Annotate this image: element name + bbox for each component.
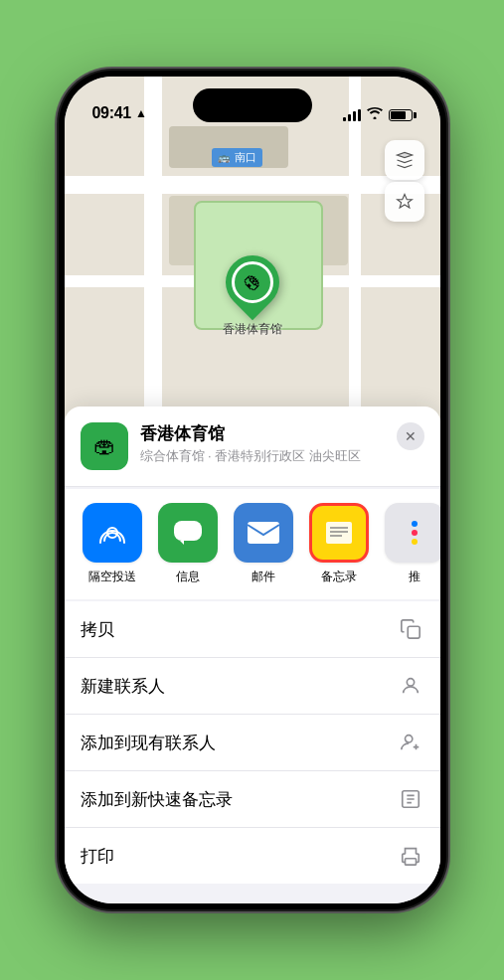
action-add-note[interactable]: 添加到新快速备忘录	[65, 771, 440, 828]
svg-point-9	[405, 735, 412, 742]
action-print[interactable]: 打印	[65, 828, 440, 884]
action-add-contact[interactable]: 新建联系人	[65, 658, 440, 715]
action-add-existing[interactable]: 添加到现有联系人	[65, 715, 440, 771]
phone-screen: 09:41 ▲	[65, 77, 440, 903]
battery-icon	[389, 109, 413, 121]
airdrop-icon	[83, 503, 142, 563]
svg-point-8	[407, 679, 414, 686]
share-messages[interactable]: 信息	[156, 503, 220, 585]
phone-frame: 09:41 ▲	[59, 71, 446, 909]
location-arrow-icon: ▲	[135, 106, 147, 120]
action-list: 拷贝 新建联系人	[65, 601, 440, 884]
share-notes[interactable]: 备忘录	[307, 503, 371, 585]
messages-icon	[158, 503, 218, 563]
print-icon	[397, 842, 424, 870]
map-marker-label: 香港体育馆	[223, 321, 282, 338]
messages-label: 信息	[176, 569, 200, 585]
close-button[interactable]: ✕	[397, 422, 424, 450]
location-name: 香港体育馆	[140, 422, 385, 445]
share-airdrop[interactable]: 隔空投送	[81, 503, 144, 585]
bottom-sheet: 🏟 香港体育馆 综合体育馆 · 香港特别行政区 油尖旺区 ✕	[65, 407, 440, 903]
svg-rect-11	[405, 859, 416, 865]
status-icons	[343, 107, 413, 122]
more-label: 推	[409, 569, 420, 585]
svg-rect-1	[174, 521, 202, 541]
share-more[interactable]: 推	[383, 503, 440, 585]
location-header: 🏟 香港体育馆 综合体育馆 · 香港特别行政区 油尖旺区 ✕	[65, 407, 440, 487]
more-icon	[385, 503, 440, 563]
notes-label: 备忘录	[321, 569, 357, 585]
map-controls	[385, 140, 424, 222]
notes-icon	[309, 503, 369, 563]
mail-label: 邮件	[252, 569, 275, 585]
wifi-icon	[367, 107, 383, 122]
add-existing-contact-icon	[397, 729, 424, 756]
map-marker-inner: 🏟	[232, 261, 273, 303]
svg-rect-3	[326, 522, 352, 544]
map-marker-pin: 🏟	[214, 245, 289, 320]
copy-label: 拷贝	[81, 618, 114, 641]
status-time: 09:41	[92, 104, 131, 122]
svg-rect-2	[248, 522, 279, 544]
map-marker-container: 🏟 香港体育馆	[223, 255, 282, 338]
map-marker: 🏟	[226, 255, 279, 317]
mail-icon	[234, 503, 293, 563]
share-mail[interactable]: 邮件	[232, 503, 295, 585]
share-row: 隔空投送 信息	[65, 489, 440, 599]
add-existing-label: 添加到现有联系人	[81, 732, 216, 754]
location-info: 香港体育馆 综合体育馆 · 香港特别行政区 油尖旺区	[140, 422, 385, 465]
action-copy[interactable]: 拷贝	[65, 601, 440, 658]
svg-rect-7	[408, 626, 420, 638]
airdrop-label: 隔空投送	[88, 569, 136, 585]
map-location-button[interactable]	[385, 182, 424, 222]
add-note-icon	[397, 785, 424, 813]
add-note-label: 添加到新快速备忘录	[81, 788, 233, 811]
signal-strength-icon	[343, 109, 361, 121]
map-layers-button[interactable]	[385, 140, 424, 180]
location-subtitle: 综合体育馆 · 香港特别行政区 油尖旺区	[140, 447, 385, 465]
add-contact-icon	[397, 672, 424, 700]
copy-icon	[397, 615, 424, 643]
print-label: 打印	[81, 845, 114, 868]
location-venue-icon: 🏟	[81, 422, 128, 470]
map-label: 🚌 南口	[212, 148, 262, 167]
dynamic-island	[193, 88, 312, 122]
add-contact-label: 新建联系人	[81, 675, 165, 698]
